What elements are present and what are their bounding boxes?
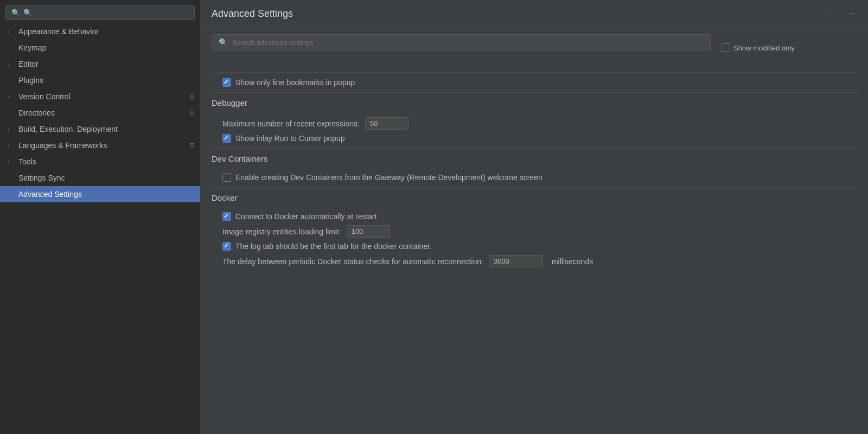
checkbox-docker-0[interactable] — [222, 212, 231, 221]
section-docker: DockerConnect to Docker automatically at… — [212, 187, 857, 267]
number-row: Maximum number of recent expressions: — [222, 117, 857, 130]
main-header: Advanced Settings ← → — [201, 0, 868, 25]
sidebar-search-icon: 🔍 — [11, 9, 20, 17]
section-bookmarks: Show only line bookmarks in popup — [212, 72, 857, 87]
sidebar-item-icon-right: ⊟ — [189, 142, 195, 149]
section-divider — [212, 72, 857, 73]
content-search-icon: 🔍 — [219, 38, 228, 47]
nav-back-button[interactable]: ← — [827, 8, 840, 20]
sidebar-item-label: Languages & Frameworks — [18, 141, 186, 150]
sidebar-item-advanced-settings[interactable]: Advanced Settings — [0, 186, 200, 202]
sidebar-item-appearance[interactable]: ›Appearance & Behavior — [0, 23, 200, 40]
number-row: Image registry entities loading limit: — [222, 225, 857, 238]
sidebar-item-label: Advanced Settings — [18, 190, 195, 199]
section-header-debugger: Debugger — [212, 92, 857, 112]
main-content: Advanced Settings ← → 🔍 Show modified on… — [201, 0, 868, 434]
number-input[interactable] — [365, 117, 409, 130]
sidebar-item-label: Tools — [18, 157, 195, 166]
chevron-icon: › — [8, 158, 15, 165]
sidebar-item-keymap[interactable]: Keymap — [0, 40, 200, 56]
checkbox-docker-2[interactable] — [222, 242, 231, 251]
checkbox-bookmarks-0[interactable] — [222, 78, 231, 87]
sidebar-item-label: Editor — [18, 60, 195, 68]
checkbox-label: Show only line bookmarks in popup — [235, 78, 355, 87]
checkbox-row: Connect to Docker automatically at resta… — [222, 212, 857, 221]
section-content-docker: Connect to Docker automatically at resta… — [212, 212, 857, 267]
chevron-icon: › — [8, 93, 15, 100]
sidebar-search[interactable]: 🔍 — [5, 5, 195, 20]
number-row-label: Maximum number of recent expressions: — [222, 119, 360, 128]
show-modified-label: Show modified only — [733, 44, 795, 52]
section-header-dev-containers: Dev Containers — [212, 148, 857, 168]
section-content-bookmarks: Show only line bookmarks in popup — [212, 78, 857, 87]
sidebar-item-label: Settings Sync — [18, 174, 195, 182]
show-modified-row: Show modified only — [722, 43, 795, 52]
sidebar-item-version-control[interactable]: ›Version Control⊟ — [0, 88, 200, 105]
nav-forward-button[interactable]: → — [844, 8, 857, 20]
sidebar-item-directories[interactable]: Directories⊟ — [0, 105, 200, 121]
chevron-icon: › — [8, 126, 15, 132]
sections-container: Show only line bookmarks in popupDebugge… — [212, 72, 857, 267]
sidebar-item-build[interactable]: ›Build, Execution, Deployment — [0, 121, 200, 137]
section-header-docker: Docker — [212, 187, 857, 207]
milliseconds-label: milliseconds — [552, 257, 593, 266]
sidebar-item-settings-sync[interactable]: Settings Sync — [0, 170, 200, 186]
section-dev-containers: Dev ContainersEnable creating Dev Contai… — [212, 148, 857, 182]
sidebar-nav: ›Appearance & BehaviorKeymap›EditorPlugi… — [0, 23, 200, 202]
sidebar-item-label: Plugins — [18, 76, 195, 85]
checkbox-row: Show inlay Run to Cursor popup — [222, 134, 857, 143]
checkbox-label: The log tab should be the first tab for … — [235, 242, 432, 251]
sidebar-item-label: Version Control — [18, 92, 186, 101]
sidebar-item-icon-right: ⊟ — [189, 93, 195, 100]
sidebar-item-label: Appearance & Behavior — [18, 27, 195, 36]
nav-arrows: ← → — [827, 8, 857, 20]
number-row-suffix: The delay between periodic Docker status… — [222, 255, 857, 267]
section-debugger: DebuggerMaximum number of recent express… — [212, 92, 857, 143]
checkbox-label: Show inlay Run to Cursor popup — [235, 134, 345, 143]
content-search-bar[interactable]: 🔍 — [212, 34, 711, 50]
sidebar-item-plugins[interactable]: Plugins — [0, 72, 200, 88]
chevron-icon: › — [8, 142, 15, 149]
sidebar-item-languages[interactable]: ›Languages & Frameworks⊟ — [0, 137, 200, 154]
sidebar-search-input[interactable] — [23, 9, 189, 17]
chevron-icon: › — [8, 28, 15, 35]
checkbox-debugger-1[interactable] — [222, 134, 231, 143]
sidebar-item-label: Build, Execution, Deployment — [18, 125, 195, 133]
checkbox-row: Enable creating Dev Containers from the … — [222, 173, 857, 182]
section-content-debugger: Maximum number of recent expressions:Sho… — [212, 117, 857, 143]
number-input-delay[interactable] — [489, 255, 543, 267]
number-input[interactable] — [347, 225, 390, 238]
page-title: Advanced Settings — [212, 8, 293, 20]
checkbox-row: The log tab should be the first tab for … — [222, 242, 857, 251]
sidebar-item-label: Keymap — [18, 43, 195, 52]
checkbox-label: Enable creating Dev Containers from the … — [235, 173, 542, 182]
sidebar-item-tools[interactable]: ›Tools — [0, 154, 200, 170]
number-row-label: The delay between periodic Docker status… — [222, 257, 483, 266]
number-row-label: Image registry entities loading limit: — [222, 227, 341, 236]
show-modified-checkbox[interactable] — [722, 43, 730, 52]
checkbox-label: Connect to Docker automatically at resta… — [235, 212, 377, 221]
sidebar: 🔍 ›Appearance & BehaviorKeymap›EditorPlu… — [0, 0, 201, 434]
sidebar-item-label: Directories — [18, 108, 186, 117]
content-search-input[interactable] — [232, 39, 704, 47]
sidebar-item-icon-right: ⊟ — [189, 109, 195, 117]
section-content-dev-containers: Enable creating Dev Containers from the … — [212, 173, 857, 182]
chevron-icon: › — [8, 61, 15, 67]
content-area: 🔍 Show modified only Show only line book… — [201, 25, 868, 434]
checkbox-dev-containers-0[interactable] — [222, 173, 231, 182]
sidebar-item-editor[interactable]: ›Editor — [0, 56, 200, 72]
checkbox-row: Show only line bookmarks in popup — [222, 78, 857, 87]
